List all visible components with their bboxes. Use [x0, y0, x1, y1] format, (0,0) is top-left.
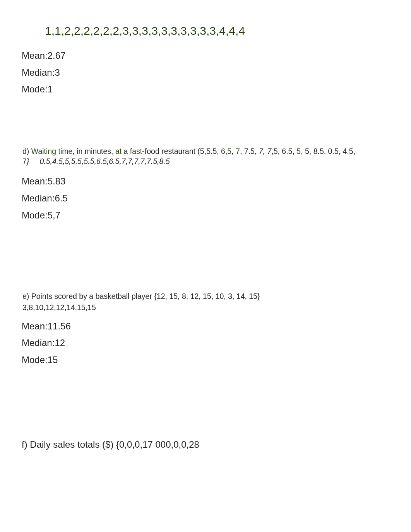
d-text: 5.5,: [206, 147, 221, 155]
f-prompt: f) Daily sales totals ($) {0,0,0,17 000,…: [22, 438, 389, 451]
e-mode: Mode:15: [22, 353, 389, 367]
d-text: 6: [221, 147, 225, 155]
d-text: fast: [130, 147, 142, 155]
spacer: [22, 168, 389, 172]
d-mode: Mode:5,7: [22, 209, 389, 222]
d-text: ,: [231, 147, 236, 155]
d-text-ital: , 7, 7: [255, 147, 271, 155]
e-sorted-list: 3,8,10,12,12,14,15,15: [22, 303, 389, 312]
spacer: [22, 370, 389, 436]
d-text: d): [22, 147, 31, 155]
c-mean: Mean:2.67: [22, 49, 389, 62]
d-prompt: d) Waiting time, in minutes, at a fast-f…: [22, 146, 389, 167]
d-text: , at: [111, 147, 122, 155]
d-text: Waiting time: [31, 147, 73, 155]
d-sorted-inline: [29, 157, 39, 165]
spacer: [22, 225, 389, 291]
d-text: 5: [227, 147, 231, 155]
d-mean: Mean:5.83: [22, 175, 389, 188]
e-mean: Mean:11.56: [22, 320, 389, 333]
d-text: ,5, 6.5,: [271, 147, 296, 155]
c-sorted-list: 1,1,2,2,2,2,2,2,3,3,3,3,3,3,3,3,3,3,4,4,…: [45, 23, 389, 38]
d-text: , 7.5: [240, 147, 255, 155]
e-prompt-text: e) Points scored by a basketball player …: [22, 292, 260, 300]
c-mode: Mode:1: [22, 83, 389, 96]
c-median: Median:3: [22, 66, 389, 79]
e-median: Median:12: [22, 336, 389, 350]
d-text: 5: [296, 147, 301, 155]
d-text: -food restaurant (5: [142, 147, 204, 155]
e-prompt: e) Points scored by a basketball player …: [22, 291, 389, 301]
d-text: 7: [236, 147, 240, 155]
d-text: , in minutes: [72, 147, 111, 155]
d-text: a: [122, 147, 130, 155]
document-page: 1,1,2,2,2,2,2,2,3,3,3,3,3,3,3,3,3,3,4,4,…: [0, 0, 411, 486]
d-median: Median:6.5: [22, 192, 389, 205]
spacer: [22, 100, 389, 146]
d-sorted-list: 0.5,4.5,5,5,5,5.5,6.5,6.5,7,7,7,7,7.5,8.…: [39, 157, 170, 165]
